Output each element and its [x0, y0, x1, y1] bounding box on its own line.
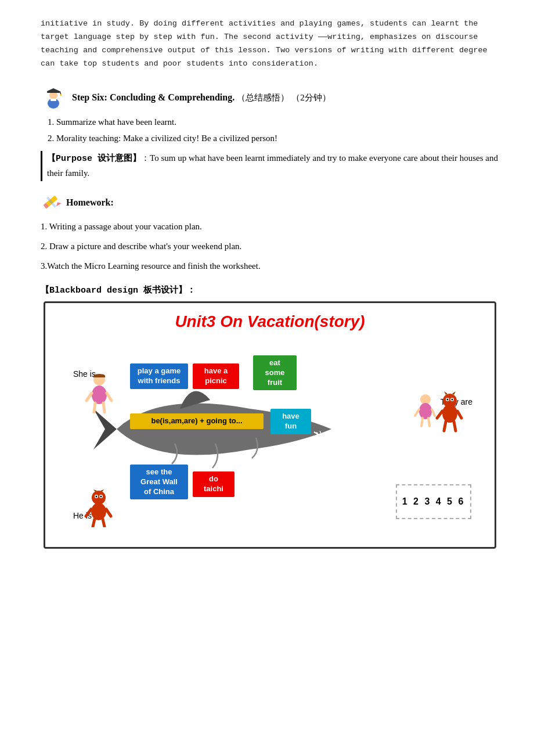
box-play-game: play a game with friends: [130, 363, 188, 389]
boy-character: [84, 489, 114, 527]
svg-point-36: [452, 398, 453, 400]
svg-line-18: [107, 393, 111, 401]
svg-point-48: [100, 495, 102, 497]
svg-point-28: [442, 404, 457, 423]
step-six-title: Step Six: Concluding & Comprehending. （总…: [72, 91, 331, 104]
hw-item-3: 3.Watch the Micro Learning resource and …: [41, 259, 499, 273]
box-have-fun: have fun: [270, 409, 311, 434]
svg-line-17: [86, 393, 92, 401]
svg-line-29: [437, 411, 442, 418]
svg-line-41: [86, 509, 91, 516]
svg-line-32: [454, 422, 456, 431]
svg-point-35: [447, 398, 449, 400]
purpose-box: 【Purpose 设计意图】：To sum up what have been …: [41, 151, 499, 181]
hw-header: Homework:: [41, 192, 499, 214]
purpose-label: 【Purpose 设计意图】: [47, 154, 141, 164]
svg-line-43: [93, 519, 95, 527]
pencil-icon: [41, 192, 63, 214]
blackboard-label: 【Blackboard design 板书设计】：: [41, 285, 499, 296]
svg-line-20: [103, 403, 104, 412]
svg-line-23: [415, 409, 419, 416]
graduate-icon: [41, 85, 66, 110]
svg-line-31: [444, 422, 446, 431]
step-six-list: 1. Summarize what have been learnt. 2. M…: [48, 115, 499, 145]
svg-point-5: [60, 94, 62, 96]
svg-line-44: [103, 519, 104, 527]
svg-point-16: [92, 386, 107, 404]
numbers-box: 1 2 3 4 5 6: [396, 484, 471, 519]
intro-paragraph: initiative in study. By doing different …: [41, 17, 499, 71]
board-title: Unit3 On Vacation(story): [56, 312, 484, 331]
box-formula: be(is,am,are) + going to...: [130, 413, 264, 429]
box-do-taichi: do taichi: [193, 471, 234, 497]
svg-point-40: [91, 503, 106, 520]
box-eat-fruit: eat some fruit: [253, 355, 297, 391]
blackboard-frame: Unit3 On Vacation(story) She is: [44, 301, 496, 549]
box-see-great-wall: see the Great Wall of China: [130, 465, 188, 500]
svg-line-26: [428, 418, 430, 426]
hw-item-1: 1. Writing a passage about your vacation…: [41, 219, 499, 233]
box-have-picnic: have a picnic: [193, 363, 239, 389]
svg-line-24: [432, 409, 435, 416]
svg-line-19: [94, 403, 95, 412]
svg-point-47: [96, 495, 98, 497]
svg-point-39: [92, 491, 106, 505]
svg-line-42: [106, 509, 111, 516]
board-content: She is play a game with friends have a p…: [56, 339, 484, 537]
homework-section: Homework: 1. Writing a passage about you…: [41, 192, 499, 273]
svg-rect-6: [50, 99, 56, 101]
svg-line-25: [421, 418, 423, 426]
step-six-item-2: 2. Morality teaching: Make a civilized c…: [48, 131, 499, 145]
step-six-section: Step Six: Concluding & Comprehending. （总…: [41, 85, 499, 181]
svg-point-22: [419, 403, 432, 419]
hw-item-2: 2. Draw a picture and describe what's yo…: [41, 239, 499, 253]
girl-character: [84, 373, 116, 413]
hw-title: Homework:: [66, 197, 114, 208]
svg-line-30: [457, 411, 461, 418]
hw-list: 1. Writing a passage about your vacation…: [41, 219, 499, 273]
step-six-header: Step Six: Concluding & Comprehending. （总…: [41, 85, 499, 110]
step-six-item-1: 1. Summarize what have been learnt.: [48, 115, 499, 129]
couple-characters: [414, 391, 463, 438]
